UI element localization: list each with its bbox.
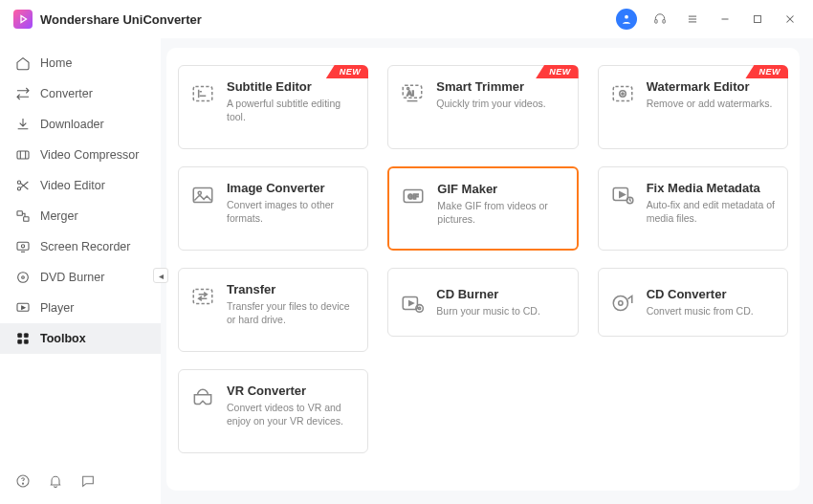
menu-button[interactable] — [683, 10, 702, 29]
image-icon — [190, 183, 215, 208]
content-area: NEW Subtitle Editor A powerful subtitle … — [161, 38, 813, 504]
tool-title: Smart Trimmer — [436, 79, 545, 94]
scissors-icon — [15, 178, 31, 193]
svg-rect-1 — [655, 20, 657, 23]
gif-icon: GIF — [401, 184, 426, 208]
sidebar-item-label: Player — [40, 301, 74, 315]
sidebar-item-label: Toolbox — [40, 332, 86, 345]
tool-title: Fix Media Metadata — [647, 181, 776, 195]
cd-burn-icon — [400, 291, 425, 316]
tool-desc: Remove or add watermarks. — [647, 97, 773, 110]
transfer-icon — [190, 284, 215, 309]
tool-title: Watermark Editor — [647, 79, 773, 94]
svg-rect-40 — [193, 289, 212, 303]
subtitle-icon — [190, 81, 215, 106]
tool-desc: Make GIF from videos or pictures. — [437, 199, 564, 226]
svg-point-43 — [419, 307, 421, 309]
tools-panel: NEW Subtitle Editor A powerful subtitle … — [166, 48, 800, 491]
svg-rect-10 — [17, 151, 29, 159]
sidebar-item-label: Home — [40, 56, 72, 70]
account-button[interactable] — [616, 9, 637, 30]
tool-desc: Quickly trim your videos. — [436, 97, 545, 110]
app-title: Wondershare UniConverter — [40, 12, 202, 27]
app-logo-icon — [13, 10, 33, 29]
tool-fix-metadata[interactable]: Fix Media Metadata Auto-fix and edit met… — [598, 166, 788, 251]
svg-text:GIF: GIF — [408, 193, 419, 200]
sidebar-item-downloader[interactable]: Downloader — [0, 109, 161, 140]
svg-rect-21 — [24, 334, 28, 338]
tool-smart-trimmer[interactable]: NEW AI Smart Trimmer Quickly trim your v… — [387, 65, 578, 149]
svg-rect-7 — [755, 16, 761, 23]
new-badge: NEW — [326, 65, 369, 78]
new-badge: NEW — [536, 65, 579, 78]
sidebar-item-merger[interactable]: Merger — [0, 201, 161, 231]
close-button[interactable] — [780, 10, 800, 29]
tool-watermark-editor[interactable]: NEW Watermark Editor Remove or add water… — [598, 65, 788, 149]
app-logo-wrap: Wondershare UniConverter — [13, 10, 202, 29]
new-badge: NEW — [745, 65, 788, 78]
sidebar-item-label: Video Compressor — [40, 148, 139, 162]
tool-desc: A powerful subtitle editing tool. — [227, 97, 356, 123]
play-icon — [15, 300, 31, 316]
sidebar-footer — [0, 462, 161, 504]
tool-desc: Convert music from CD. — [647, 304, 754, 318]
tool-desc: Convert images to other formats. — [227, 198, 356, 225]
svg-rect-22 — [18, 340, 22, 343]
home-icon — [15, 55, 31, 71]
tool-title: Subtitle Editor — [227, 79, 356, 94]
cd-convert-icon — [610, 291, 635, 316]
sidebar-item-label: Downloader — [40, 118, 104, 131]
trimmer-icon: AI — [400, 81, 425, 106]
disc-icon — [15, 270, 31, 285]
sidebar-item-video-editor[interactable]: Video Editor — [0, 170, 161, 201]
tool-cd-converter[interactable]: CD Converter Convert music from CD. — [598, 268, 788, 337]
maximize-button[interactable] — [748, 10, 767, 29]
collapse-sidebar-button[interactable]: ◂ — [153, 268, 168, 283]
compressor-icon — [15, 147, 31, 163]
notifications-button[interactable] — [48, 473, 63, 493]
sidebar-item-screen-recorder[interactable]: Screen Recorder — [0, 231, 161, 262]
svg-rect-15 — [17, 242, 29, 250]
titlebar: Wondershare UniConverter — [0, 0, 813, 38]
tool-title: Transfer — [227, 282, 356, 296]
sidebar-item-toolbox[interactable]: Toolbox — [0, 323, 161, 354]
tool-title: CD Converter — [647, 287, 754, 301]
sidebar-item-label: Merger — [40, 209, 78, 223]
minimize-button[interactable] — [715, 10, 735, 29]
sidebar: Home Converter Downloader Video Compress… — [0, 38, 161, 504]
tool-gif-maker[interactable]: GIF GIF Maker Make GIF from videos or pi… — [387, 166, 578, 251]
sidebar-item-home[interactable]: Home — [0, 48, 161, 78]
tool-desc: Convert videos to VR and enjoy on your V… — [227, 401, 356, 427]
svg-rect-2 — [663, 20, 665, 23]
sidebar-item-label: Screen Recorder — [40, 240, 131, 253]
metadata-icon — [610, 183, 635, 208]
svg-rect-13 — [17, 211, 22, 216]
sidebar-item-label: Converter — [40, 87, 93, 100]
svg-point-18 — [22, 276, 25, 279]
recorder-icon — [15, 239, 31, 254]
vr-icon — [190, 385, 215, 410]
converter-icon — [15, 86, 31, 101]
svg-rect-23 — [24, 340, 28, 343]
tool-desc: Auto-fix and edit metadata of media file… — [647, 198, 776, 225]
feedback-button[interactable] — [80, 473, 96, 493]
tool-subtitle-editor[interactable]: NEW Subtitle Editor A powerful subtitle … — [178, 65, 368, 149]
tool-desc: Burn your music to CD. — [436, 304, 540, 318]
titlebar-controls — [616, 9, 800, 30]
tool-title: CD Burner — [436, 287, 540, 301]
help-button[interactable] — [15, 473, 31, 493]
tool-title: VR Converter — [227, 383, 356, 398]
headset-support-icon[interactable] — [650, 10, 670, 29]
tool-transfer[interactable]: Transfer Transfer your files to device o… — [178, 268, 368, 352]
sidebar-item-dvd-burner[interactable]: DVD Burner — [0, 262, 161, 293]
tool-vr-converter[interactable]: VR Converter Convert videos to VR and en… — [178, 369, 368, 453]
merger-icon — [15, 208, 31, 224]
sidebar-item-video-compressor[interactable]: Video Compressor — [0, 140, 161, 170]
tool-cd-burner[interactable]: CD Burner Burn your music to CD. — [387, 268, 578, 337]
tool-image-converter[interactable]: Image Converter Convert images to other … — [178, 166, 368, 251]
download-icon — [15, 117, 31, 132]
sidebar-item-player[interactable]: Player — [0, 293, 161, 323]
sidebar-item-converter[interactable]: Converter — [0, 78, 161, 109]
tool-desc: Transfer your files to device or hard dr… — [227, 299, 356, 326]
svg-point-25 — [22, 483, 23, 484]
